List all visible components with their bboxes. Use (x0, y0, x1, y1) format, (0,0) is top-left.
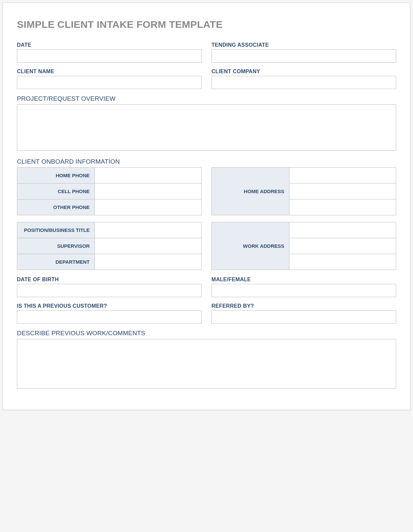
row-dob-gender: DATE OF BIRTH MALE/FEMALE (17, 277, 396, 297)
work-address-table: WORK ADDRESS (211, 222, 396, 270)
project-overview-field[interactable] (17, 104, 396, 151)
home-address-label: HOME ADDRESS (212, 168, 289, 215)
work-address-line2-field[interactable] (289, 238, 396, 254)
page-title: SIMPLE CLIENT INTAKE FORM TEMPLATE (17, 19, 396, 30)
work-address-line3-field[interactable] (289, 254, 396, 270)
date-field[interactable] (17, 49, 202, 63)
supervisor-label: SUPERVISOR (17, 238, 95, 254)
other-phone-label: OTHER PHONE (17, 199, 95, 215)
client-name-label: CLIENT NAME (17, 69, 202, 75)
row-prevcustomer-referred: IS THIS A PREVIOUS CUSTOMER? REFERRED BY… (17, 303, 396, 324)
home-address-line3-field[interactable] (289, 199, 396, 215)
cell-phone-field[interactable] (95, 184, 201, 199)
onboard-phones-home-address: HOME PHONE CELL PHONE OTHER PHONE HOME A… (17, 167, 396, 215)
dob-field[interactable] (17, 284, 202, 297)
comments-field[interactable] (17, 339, 396, 389)
client-name-field[interactable] (17, 76, 202, 89)
home-address-line1-field[interactable] (289, 168, 396, 183)
row-date-associate: DATE TENDING ASSOCIATE (17, 42, 396, 63)
project-overview-section: PROJECT/REQUEST OVERVIEW (17, 95, 396, 152)
comments-section: DESCRIBE PREVIOUS WORK/COMMENTS (17, 330, 396, 390)
intake-form-page: SIMPLE CLIENT INTAKE FORM TEMPLATE DATE … (3, 3, 410, 410)
row-client-name-company: CLIENT NAME CLIENT COMPANY (17, 69, 396, 89)
gender-field[interactable] (211, 284, 396, 297)
home-address-line2-field[interactable] (289, 184, 396, 199)
department-field[interactable] (95, 254, 201, 270)
department-label: DEPARTMENT (17, 254, 95, 270)
gender-label: MALE/FEMALE (211, 277, 396, 283)
home-address-table: HOME ADDRESS (211, 167, 396, 215)
supervisor-field[interactable] (95, 238, 201, 254)
previous-customer-field[interactable] (17, 310, 202, 324)
project-overview-label: PROJECT/REQUEST OVERVIEW (17, 95, 396, 102)
referred-by-field[interactable] (211, 310, 396, 324)
comments-label: DESCRIBE PREVIOUS WORK/COMMENTS (17, 330, 396, 337)
home-phone-field[interactable] (95, 168, 201, 183)
referred-by-label: REFERRED BY? (211, 303, 396, 309)
position-title-label: POSITION/BUSINESS TITLE (17, 222, 95, 238)
date-label: DATE (17, 42, 202, 48)
tending-associate-field[interactable] (211, 49, 396, 63)
previous-customer-label: IS THIS A PREVIOUS CUSTOMER? (17, 303, 202, 309)
position-title-field[interactable] (95, 222, 201, 238)
home-phone-label: HOME PHONE (17, 168, 95, 184)
cell-phone-label: CELL PHONE (17, 184, 95, 199)
position-table: POSITION/BUSINESS TITLE SUPERVISOR DEPAR… (17, 222, 202, 270)
work-address-label: WORK ADDRESS (212, 222, 289, 270)
onboard-position-work-address: POSITION/BUSINESS TITLE SUPERVISOR DEPAR… (17, 222, 396, 270)
work-address-line1-field[interactable] (289, 222, 396, 238)
client-company-label: CLIENT COMPANY (211, 69, 396, 75)
onboard-section-label: CLIENT ONBOARD INFORMATION (17, 158, 396, 165)
tending-associate-label: TENDING ASSOCIATE (211, 42, 396, 48)
phone-table: HOME PHONE CELL PHONE OTHER PHONE (17, 167, 202, 215)
client-company-field[interactable] (211, 76, 396, 89)
other-phone-field[interactable] (95, 199, 201, 215)
dob-label: DATE OF BIRTH (17, 277, 202, 283)
